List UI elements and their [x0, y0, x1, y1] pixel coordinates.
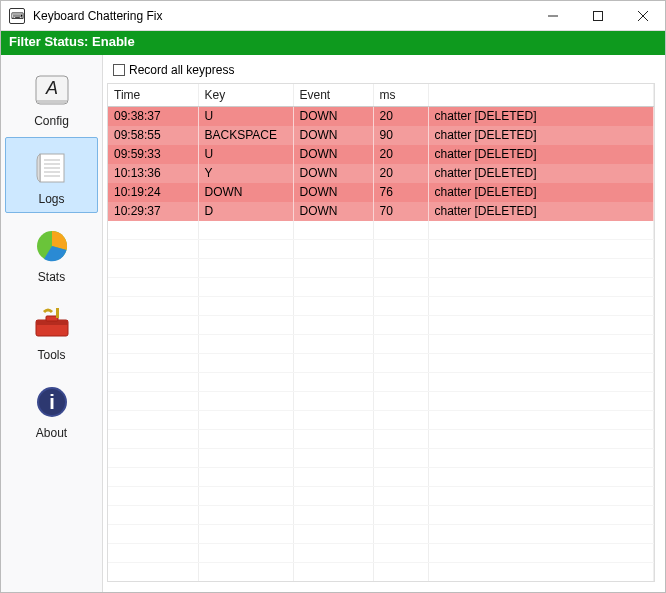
cell-ms: 20 [373, 107, 428, 126]
cell-event: DOWN [293, 107, 373, 126]
cell-note: chatter [DELETED] [428, 126, 654, 145]
maximize-icon [593, 11, 603, 21]
body: A Config Logs Stats Tools [1, 55, 665, 592]
svg-rect-1 [593, 11, 602, 20]
cell-event: DOWN [293, 164, 373, 183]
about-icon: i [28, 382, 76, 422]
col-time[interactable]: Time [108, 84, 198, 107]
cell-time: 10:13:36 [108, 164, 198, 183]
logs-icon [28, 148, 76, 188]
sidebar-item-label: Config [34, 114, 69, 128]
table-row-empty [108, 525, 654, 544]
maximize-button[interactable] [575, 1, 620, 30]
table-row-empty [108, 582, 654, 583]
table-row-empty [108, 278, 654, 297]
table-row-empty [108, 544, 654, 563]
table-row[interactable]: 10:19:24DOWNDOWN76chatter [DELETED] [108, 183, 654, 202]
log-table-scroll[interactable]: Time Key Event ms 09:38:37UDOWN20chatter… [107, 83, 655, 582]
table-row-empty [108, 259, 654, 278]
record-all-checkbox[interactable] [113, 64, 125, 76]
table-row[interactable]: 09:38:37UDOWN20chatter [DELETED] [108, 107, 654, 126]
cell-key: D [198, 202, 293, 221]
log-table-body: 09:38:37UDOWN20chatter [DELETED]09:58:55… [108, 107, 654, 583]
cell-event: DOWN [293, 126, 373, 145]
table-row-empty [108, 221, 654, 240]
sidebar-item-about[interactable]: i About [5, 371, 98, 447]
sidebar-item-tools[interactable]: Tools [5, 293, 98, 369]
sidebar-item-label: Stats [38, 270, 65, 284]
app-window: ⌨ Keyboard Chattering Fix Filter Status:… [0, 0, 666, 593]
sidebar: A Config Logs Stats Tools [1, 55, 103, 592]
table-row-empty [108, 373, 654, 392]
svg-text:A: A [44, 78, 57, 98]
cell-event: DOWN [293, 145, 373, 164]
titlebar[interactable]: ⌨ Keyboard Chattering Fix [1, 1, 665, 31]
cell-ms: 20 [373, 164, 428, 183]
sidebar-item-logs[interactable]: Logs [5, 137, 98, 213]
table-row-empty [108, 563, 654, 582]
cell-ms: 70 [373, 202, 428, 221]
stats-icon [28, 226, 76, 266]
minimize-icon [548, 11, 558, 21]
table-row-empty [108, 411, 654, 430]
table-row-empty [108, 316, 654, 335]
status-bar: Filter Status: Enable [1, 31, 665, 55]
col-event[interactable]: Event [293, 84, 373, 107]
table-row-empty [108, 335, 654, 354]
cell-time: 10:19:24 [108, 183, 198, 202]
col-note[interactable] [428, 84, 654, 107]
close-button[interactable] [620, 1, 665, 30]
cell-time: 10:29:37 [108, 202, 198, 221]
window-buttons [530, 1, 665, 30]
window-title: Keyboard Chattering Fix [33, 9, 530, 23]
cell-ms: 76 [373, 183, 428, 202]
table-row-empty [108, 506, 654, 525]
cell-event: DOWN [293, 183, 373, 202]
log-table-head: Time Key Event ms [108, 84, 654, 107]
content-pane: Record all keypress Time Key Event ms [103, 55, 665, 592]
cell-time: 09:59:33 [108, 145, 198, 164]
tools-icon [28, 304, 76, 344]
table-row[interactable]: 10:29:37DDOWN70chatter [DELETED] [108, 202, 654, 221]
table-row[interactable]: 09:59:33UDOWN20chatter [DELETED] [108, 145, 654, 164]
cell-key: U [198, 107, 293, 126]
record-all-label[interactable]: Record all keypress [129, 63, 234, 77]
close-icon [638, 11, 648, 21]
sidebar-item-config[interactable]: A Config [5, 59, 98, 135]
table-row[interactable]: 10:13:36YDOWN20chatter [DELETED] [108, 164, 654, 183]
cell-note: chatter [DELETED] [428, 202, 654, 221]
sidebar-item-label: About [36, 426, 67, 440]
svg-text:i: i [49, 391, 55, 413]
minimize-button[interactable] [530, 1, 575, 30]
cell-note: chatter [DELETED] [428, 183, 654, 202]
cell-note: chatter [DELETED] [428, 145, 654, 164]
table-row[interactable]: 09:58:55BACKSPACEDOWN90chatter [DELETED] [108, 126, 654, 145]
svg-rect-5 [37, 100, 67, 103]
table-row-empty [108, 354, 654, 373]
table-row-empty [108, 468, 654, 487]
table-row-empty [108, 430, 654, 449]
status-text: Filter Status: Enable [9, 34, 135, 49]
app-icon: ⌨ [9, 8, 25, 24]
cell-note: chatter [DELETED] [428, 107, 654, 126]
cell-ms: 20 [373, 145, 428, 164]
sidebar-item-stats[interactable]: Stats [5, 215, 98, 291]
svg-rect-17 [56, 308, 59, 318]
col-ms[interactable]: ms [373, 84, 428, 107]
cell-key: U [198, 145, 293, 164]
cell-time: 09:38:37 [108, 107, 198, 126]
record-all-row: Record all keypress [103, 55, 665, 83]
config-icon: A [28, 70, 76, 110]
cell-key: Y [198, 164, 293, 183]
table-row-empty [108, 240, 654, 259]
cell-key: BACKSPACE [198, 126, 293, 145]
table-row-empty [108, 392, 654, 411]
sidebar-item-label: Tools [37, 348, 65, 362]
log-table: Time Key Event ms 09:38:37UDOWN20chatter… [108, 84, 654, 582]
cell-event: DOWN [293, 202, 373, 221]
table-row-empty [108, 487, 654, 506]
col-key[interactable]: Key [198, 84, 293, 107]
cell-ms: 90 [373, 126, 428, 145]
table-row-empty [108, 449, 654, 468]
table-row-empty [108, 297, 654, 316]
